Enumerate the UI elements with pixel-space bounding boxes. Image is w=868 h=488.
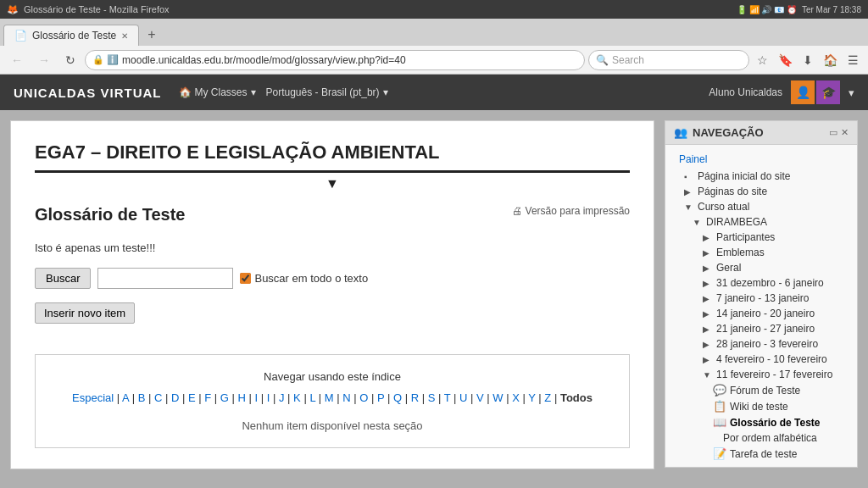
index-links[interactable]: Especial | A | B | C | D | E | F | G | H… [46,391,619,404]
nav-arrow-icon: ▪ [684,172,694,181]
nav-14jan[interactable]: ▶ 14 janeiro - 20 janeiro [672,306,850,321]
index-link-f[interactable]: F [204,391,211,404]
nav-11fev-arrow: ▼ [703,370,713,380]
index-box: Navegar usando este índice Especial | A … [35,354,630,448]
header-nav: 🏠 My Classes ▾ Português - Brasil (pt_br… [179,86,388,98]
search-row: Buscar Buscar em todo o texto [35,268,630,289]
index-link-m[interactable]: M [325,391,334,404]
menu-button[interactable]: ☰ [843,52,863,69]
index-link-a[interactable]: A [122,391,129,404]
nav-glossario-teste[interactable]: 📖 Glossário de Teste [672,414,850,430]
browser-search-bar[interactable]: 🔍 Search [588,50,749,70]
browser-tab[interactable]: 📄 Glossário de Teste ✕ [3,25,139,46]
index-link-c[interactable]: C [154,391,162,404]
nav-emblemas[interactable]: ▶ Emblemas [672,245,850,260]
dropdown-arrow-icon: ▾ [251,86,256,98]
index-link-z[interactable]: Z [544,391,551,404]
index-link-t[interactable]: T [444,391,451,404]
firefox-icon: 🦊 [7,4,19,15]
my-classes-nav[interactable]: 🏠 My Classes ▾ [179,86,256,98]
index-link-especial[interactable]: Especial [72,391,114,404]
index-link-i2[interactable]: I [267,391,270,404]
index-link-s[interactable]: S [428,391,436,404]
nav-tarefa-teste[interactable]: 📝 Tarefa de teste [672,446,850,462]
user-menu-dropdown-icon[interactable]: ▾ [849,86,854,99]
buscar-todo-texto-checkbox[interactable] [240,273,251,284]
nav-tarefa-label: Tarefa de teste [730,448,797,460]
nav-11fev-label: 11 fevereiro - 17 fevereiro [716,369,832,380]
index-link-q[interactable]: Q [393,391,402,404]
nav-28jan[interactable]: ▶ 28 janeiro - 3 fevereiro [672,336,850,352]
buscar-input[interactable] [97,268,233,289]
print-link[interactable]: 🖨 Versão para impressão [512,205,630,217]
index-link-h[interactable]: H [238,391,246,404]
tab-close-button[interactable]: ✕ [121,31,128,41]
url-bar[interactable]: 🔒 ℹ️ moodle.unicaldas.edu.br/moodle/mod/… [85,50,585,70]
forward-button[interactable]: → [32,50,56,70]
index-nav-label: Navegar usando este índice [46,370,619,383]
nav-4fev[interactable]: ▶ 4 fevereiro - 10 fevereiro [672,352,850,367]
home-bookmark-button[interactable]: 🔖 [774,52,797,69]
home-button[interactable]: 🏠 [819,52,842,69]
nav-forum-teste[interactable]: 💬 Fórum de Teste [672,382,850,398]
index-link-i1[interactable]: I [255,391,259,404]
index-link-g[interactable]: G [220,391,229,404]
nav-paginas-site[interactable]: ▶ Páginas do site [672,184,850,199]
back-button[interactable]: ← [5,50,29,70]
nav-arrow-collapsed-icon: ▶ [684,187,694,197]
user-avatar-area[interactable]: 👤 🎓 [791,80,840,104]
index-link-w[interactable]: W [492,391,503,404]
index-link-x[interactable]: X [512,391,520,404]
index-link-j[interactable]: J [279,391,285,404]
block-config-icon[interactable]: ✕ [841,127,849,138]
buscar-button[interactable]: Buscar [35,268,91,289]
nav-participantes[interactable]: ▶ Participantes [672,230,850,245]
index-link-l[interactable]: L [309,391,315,404]
index-link-e[interactable]: E [188,391,196,404]
index-link-y[interactable]: Y [528,391,535,404]
index-link-b[interactable]: B [138,391,146,404]
nav-21jan-arrow: ▶ [703,324,713,334]
titlebar-right: 🔋 📶 🔊 📧 ⏰ Ter Mar 7 18:38 [737,5,861,14]
index-link-u[interactable]: U [459,391,467,404]
glossary-description: Isto é apenas um teste!!! [35,241,630,254]
nav-wiki-teste[interactable]: 📋 Wiki de teste [672,398,850,414]
nav-dirambega[interactable]: ▼ DIRAMBEGA [672,214,850,230]
index-link-r[interactable]: R [411,391,419,404]
index-link-n[interactable]: N [342,391,350,404]
index-link-k[interactable]: K [293,391,301,404]
block-minimize-icon[interactable]: ▭ [829,127,837,138]
insert-button[interactable]: Inserir novo item [35,302,135,324]
moodle-header-left: UNICALDAS VIRTUAL 🏠 My Classes ▾ Portugu… [14,86,388,100]
index-link-v[interactable]: V [476,391,484,404]
index-link-p[interactable]: P [377,391,384,404]
nav-7jan[interactable]: ▶ 7 janeiro - 13 janeiro [672,291,850,306]
new-tab-button[interactable]: + [142,24,160,46]
insert-row: Inserir novo item [35,302,630,341]
tab-label: Glossário de Teste [32,30,116,42]
nav-21jan[interactable]: ▶ 21 janeiro - 27 janeiro [672,321,850,336]
index-link-todos[interactable]: Todos [560,391,593,404]
nav-por-ordem[interactable]: Por ordem alfabética [672,430,850,446]
index-link-o[interactable]: O [359,391,368,404]
nav-28jan-arrow: ▶ [703,340,713,349]
reload-button[interactable]: ↻ [59,50,81,70]
painel-link[interactable]: Painel [672,150,850,169]
sidebar: 👥 NAVEGAÇÃO ▭ ✕ Painel ▪ Página inicial … [665,120,858,476]
download-button[interactable]: ⬇ [798,52,817,69]
nav-31dez[interactable]: ▶ 31 dezembro - 6 janeiro [672,275,850,291]
url-security-icon: 🔒 ℹ️ [92,54,119,65]
nav-4fev-label: 4 fevereiro - 10 fevereiro [716,353,827,365]
avatar-purple[interactable]: 🎓 [816,80,840,104]
nav-curso-atual[interactable]: ▼ Curso atual [672,199,850,214]
nav-geral[interactable]: ▶ Geral [672,260,850,275]
browser-titlebar: 🦊 Glossário de Teste - Mozilla Firefox 🔋… [0,0,868,19]
language-nav[interactable]: Português - Brasil (pt_br) ▾ [266,86,388,98]
bookmark-star-button[interactable]: ☆ [753,52,772,69]
nav-pagina-inicial[interactable]: ▪ Página inicial do site [672,169,850,184]
search-placeholder: Search [612,54,644,66]
nav-paginas-site-label: Páginas do site [698,186,767,197]
nav-11fev[interactable]: ▼ 11 fevereiro - 17 fevereiro [672,367,850,382]
index-link-d[interactable]: D [171,391,179,404]
avatar-orange[interactable]: 👤 [791,80,815,104]
